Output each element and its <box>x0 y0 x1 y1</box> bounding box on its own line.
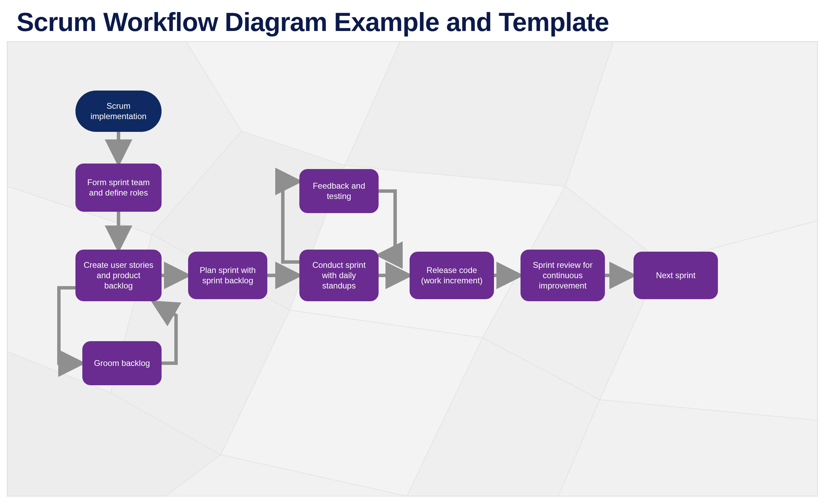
page-title: Scrum Workflow Diagram Example and Templ… <box>17 7 609 37</box>
node-label: Create user stories and product backlog <box>82 260 155 291</box>
node-scrum-implementation: Scrum implementation <box>75 91 162 132</box>
node-sprint-review: Sprint review for continuous improvement <box>521 250 605 301</box>
node-label: Plan sprint with sprint backlog <box>195 265 260 286</box>
node-form-sprint-team: Form sprint team and define roles <box>75 164 162 212</box>
node-label: Scrum implementation <box>82 101 155 122</box>
node-label: Form sprint team and define roles <box>82 177 155 198</box>
node-label: Feedback and testing <box>306 181 372 201</box>
node-label: Groom backlog <box>94 358 150 368</box>
node-label: Release code (work increment) <box>416 265 487 286</box>
node-plan-sprint: Plan sprint with sprint backlog <box>188 252 267 299</box>
node-conduct-sprint: Conduct sprint with daily standups <box>299 250 379 301</box>
node-feedback-testing: Feedback and testing <box>299 169 379 213</box>
diagram-canvas: Scrum implementation Form sprint team an… <box>7 41 818 496</box>
node-label: Next sprint <box>656 270 696 281</box>
node-groom-backlog: Groom backlog <box>82 341 162 385</box>
node-label: Conduct sprint with daily standups <box>306 260 372 291</box>
node-next-sprint: Next sprint <box>634 252 718 299</box>
node-label: Sprint review for continuous improvement <box>527 260 598 291</box>
node-release-code: Release code (work increment) <box>410 252 494 299</box>
node-create-user-stories: Create user stories and product backlog <box>75 250 162 301</box>
